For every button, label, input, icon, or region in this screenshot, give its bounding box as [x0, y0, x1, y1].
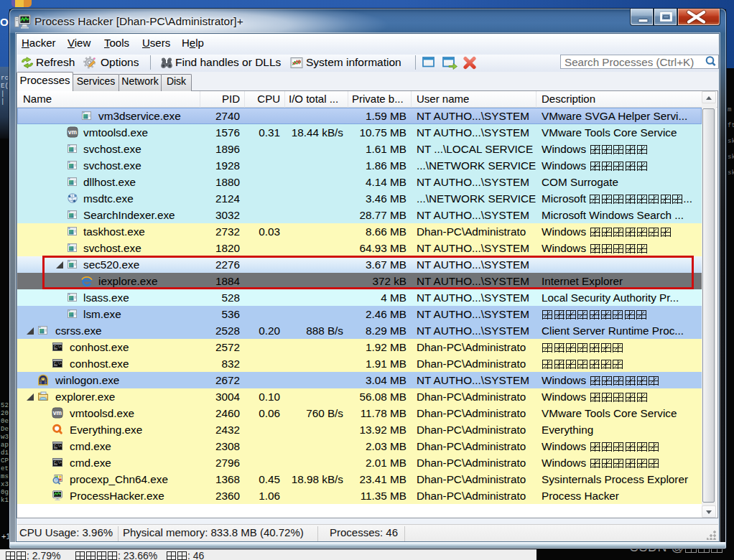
svg-text:C:\>: C:\>: [54, 461, 62, 465]
svg-text:vm: vm: [53, 409, 62, 416]
svg-text:C:\>: C:\>: [54, 345, 62, 349]
svg-text:C:\>: C:\>: [54, 444, 62, 448]
svg-text:C:\>: C:\>: [54, 362, 62, 365]
svg-text:vm: vm: [68, 129, 78, 136]
